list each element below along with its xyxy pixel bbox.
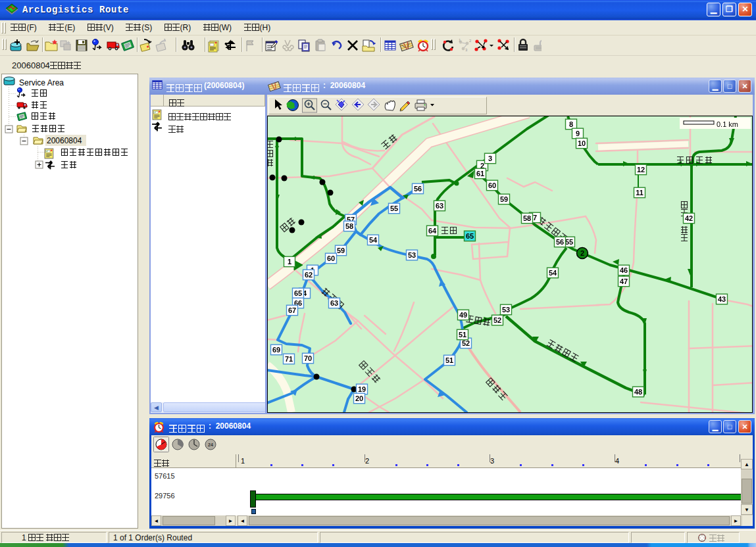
svg-text:54: 54	[369, 236, 378, 244]
svg-text:52: 52	[493, 316, 501, 324]
svg-text:63: 63	[330, 299, 338, 307]
svg-text:60: 60	[488, 181, 496, 189]
svg-text:19: 19	[358, 385, 366, 393]
svg-text:56: 56	[414, 185, 422, 193]
svg-text:65: 65	[294, 289, 302, 297]
svg-text:20: 20	[355, 394, 363, 402]
svg-text:24: 24	[208, 442, 213, 447]
svg-text:3: 3	[488, 155, 492, 162]
svg-text:0.1 km: 0.1 km	[717, 120, 738, 128]
svg-text:62: 62	[305, 271, 313, 279]
svg-text:59: 59	[337, 247, 345, 254]
svg-text:7: 7	[533, 214, 537, 222]
svg-text:9: 9	[576, 130, 580, 137]
svg-text:56: 56	[556, 238, 564, 246]
svg-text:2: 2	[469, 39, 472, 43]
svg-text:43: 43	[718, 295, 726, 303]
svg-text:2: 2	[580, 249, 584, 257]
svg-text:65: 65	[466, 232, 474, 240]
svg-text:3: 3	[465, 48, 468, 52]
svg-text:46: 46	[620, 266, 628, 274]
svg-text:55: 55	[390, 204, 398, 212]
svg-text:47: 47	[620, 277, 628, 285]
svg-text:1: 1	[288, 258, 291, 266]
svg-text:10: 10	[578, 139, 586, 147]
svg-text:58: 58	[523, 214, 531, 222]
svg-text:20060804: 20060804	[47, 136, 82, 145]
svg-text:52: 52	[462, 339, 470, 347]
svg-text:55: 55	[565, 238, 573, 246]
svg-text:69: 69	[272, 346, 280, 354]
svg-text:Service Area: Service Area	[19, 78, 64, 87]
svg-text:11: 11	[636, 189, 643, 197]
svg-text:64: 64	[428, 227, 437, 235]
svg-text:48: 48	[634, 388, 642, 396]
svg-text:70: 70	[304, 354, 312, 362]
svg-text:42: 42	[685, 214, 693, 222]
svg-text:59: 59	[500, 195, 508, 203]
svg-text:51: 51	[445, 356, 453, 364]
svg-text:53: 53	[408, 251, 416, 259]
svg-text:63: 63	[436, 202, 443, 210]
svg-text:53: 53	[502, 306, 510, 314]
svg-text:58: 58	[345, 222, 353, 230]
svg-text:71: 71	[285, 355, 293, 363]
svg-text:12: 12	[637, 166, 645, 174]
svg-text:8: 8	[569, 120, 573, 128]
svg-text:60: 60	[327, 254, 335, 262]
svg-text:49: 49	[459, 311, 467, 319]
svg-text:54: 54	[549, 269, 557, 277]
svg-text:61: 61	[476, 170, 484, 178]
svg-text:67: 67	[288, 306, 296, 314]
svg-text:51: 51	[459, 331, 466, 339]
